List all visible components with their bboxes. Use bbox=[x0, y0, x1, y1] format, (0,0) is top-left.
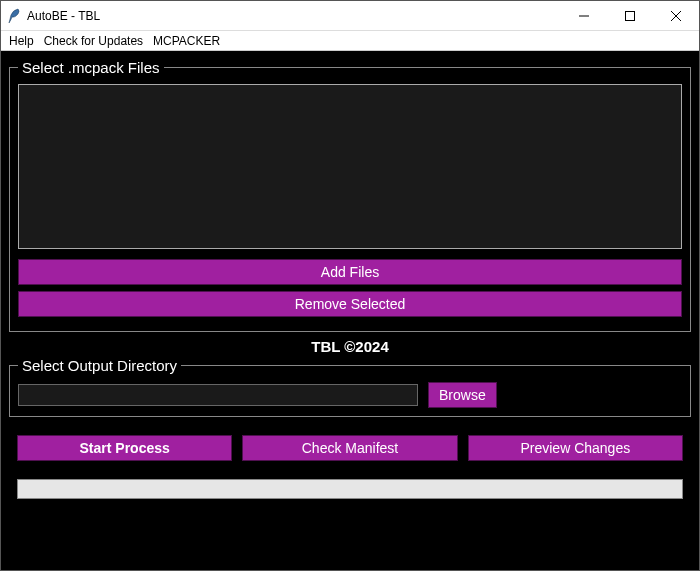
window-controls bbox=[561, 1, 699, 31]
window-title: AutoBE - TBL bbox=[27, 9, 100, 23]
menu-bar: Help Check for Updates MCPACKER bbox=[1, 31, 699, 51]
output-row: Browse bbox=[18, 382, 682, 408]
output-dir-group: Select Output Directory Browse bbox=[9, 357, 691, 417]
maximize-button[interactable] bbox=[607, 1, 653, 31]
menu-help[interactable]: Help bbox=[9, 34, 34, 48]
remove-selected-button[interactable]: Remove Selected bbox=[18, 291, 682, 317]
browse-button[interactable]: Browse bbox=[428, 382, 497, 408]
close-button[interactable] bbox=[653, 1, 699, 31]
app-icon bbox=[7, 8, 21, 24]
check-manifest-button[interactable]: Check Manifest bbox=[242, 435, 457, 461]
window-titlebar: AutoBE - TBL bbox=[1, 1, 699, 31]
output-path-input[interactable] bbox=[18, 384, 418, 406]
add-files-button[interactable]: Add Files bbox=[18, 259, 682, 285]
preview-changes-button[interactable]: Preview Changes bbox=[468, 435, 683, 461]
select-files-group: Select .mcpack Files Add Files Remove Se… bbox=[9, 59, 691, 332]
minimize-button[interactable] bbox=[561, 1, 607, 31]
file-listbox[interactable] bbox=[18, 84, 682, 249]
svg-rect-1 bbox=[626, 11, 635, 20]
copyright-label: TBL ©2024 bbox=[9, 338, 691, 355]
select-files-legend: Select .mcpack Files bbox=[18, 59, 164, 76]
start-process-button[interactable]: Start Process bbox=[17, 435, 232, 461]
output-dir-legend: Select Output Directory bbox=[18, 357, 181, 374]
client-area: Select .mcpack Files Add Files Remove Se… bbox=[1, 51, 699, 570]
menu-check-updates[interactable]: Check for Updates bbox=[44, 34, 143, 48]
titlebar-left: AutoBE - TBL bbox=[7, 8, 100, 24]
menu-mcpacker[interactable]: MCPACKER bbox=[153, 34, 220, 48]
progress-bar bbox=[17, 479, 683, 499]
action-buttons-row: Start Process Check Manifest Preview Cha… bbox=[9, 435, 691, 461]
